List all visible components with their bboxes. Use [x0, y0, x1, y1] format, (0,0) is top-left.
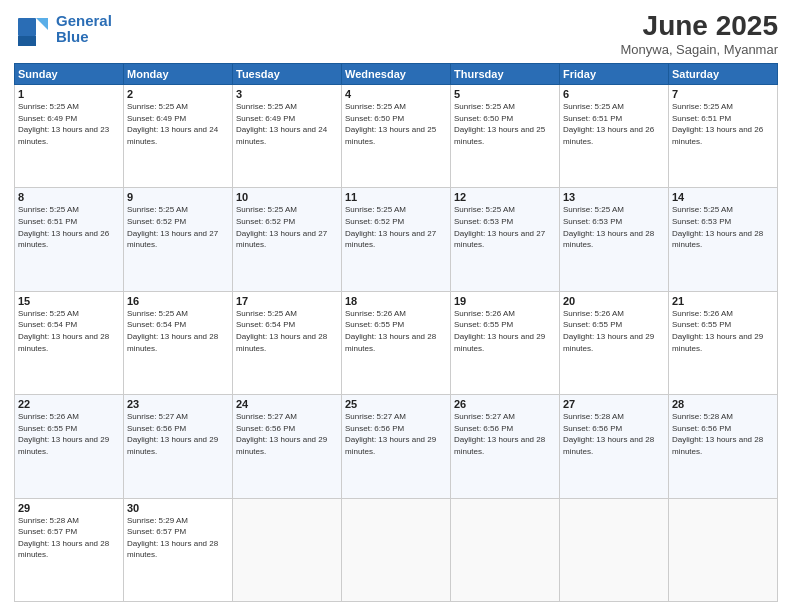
calendar-cell	[451, 498, 560, 601]
calendar-cell: 29Sunrise: 5:28 AMSunset: 6:57 PMDayligh…	[15, 498, 124, 601]
calendar-cell: 17Sunrise: 5:25 AMSunset: 6:54 PMDayligh…	[233, 291, 342, 394]
cell-details: Sunrise: 5:27 AMSunset: 6:56 PMDaylight:…	[127, 411, 229, 457]
week-row-4: 22Sunrise: 5:26 AMSunset: 6:55 PMDayligh…	[15, 395, 778, 498]
day-number: 6	[563, 88, 665, 100]
day-number: 11	[345, 191, 447, 203]
cell-details: Sunrise: 5:27 AMSunset: 6:56 PMDaylight:…	[236, 411, 338, 457]
svg-rect-0	[18, 18, 36, 36]
day-number: 17	[236, 295, 338, 307]
cell-details: Sunrise: 5:26 AMSunset: 6:55 PMDaylight:…	[18, 411, 120, 457]
calendar-cell: 20Sunrise: 5:26 AMSunset: 6:55 PMDayligh…	[560, 291, 669, 394]
calendar-cell: 25Sunrise: 5:27 AMSunset: 6:56 PMDayligh…	[342, 395, 451, 498]
calendar-cell	[342, 498, 451, 601]
calendar-title: June 2025	[620, 10, 778, 42]
cell-details: Sunrise: 5:25 AMSunset: 6:54 PMDaylight:…	[236, 308, 338, 354]
calendar-cell: 6Sunrise: 5:25 AMSunset: 6:51 PMDaylight…	[560, 85, 669, 188]
calendar-cell: 23Sunrise: 5:27 AMSunset: 6:56 PMDayligh…	[124, 395, 233, 498]
weekday-header-tuesday: Tuesday	[233, 64, 342, 85]
header: General Blue June 2025 Monywa, Sagain, M…	[14, 10, 778, 57]
day-number: 12	[454, 191, 556, 203]
calendar-cell: 15Sunrise: 5:25 AMSunset: 6:54 PMDayligh…	[15, 291, 124, 394]
calendar-cell: 4Sunrise: 5:25 AMSunset: 6:50 PMDaylight…	[342, 85, 451, 188]
day-number: 9	[127, 191, 229, 203]
cell-details: Sunrise: 5:26 AMSunset: 6:55 PMDaylight:…	[454, 308, 556, 354]
calendar-cell	[560, 498, 669, 601]
cell-details: Sunrise: 5:26 AMSunset: 6:55 PMDaylight:…	[672, 308, 774, 354]
cell-details: Sunrise: 5:29 AMSunset: 6:57 PMDaylight:…	[127, 515, 229, 561]
day-number: 20	[563, 295, 665, 307]
cell-details: Sunrise: 5:26 AMSunset: 6:55 PMDaylight:…	[345, 308, 447, 354]
cell-details: Sunrise: 5:25 AMSunset: 6:54 PMDaylight:…	[127, 308, 229, 354]
day-number: 3	[236, 88, 338, 100]
day-number: 16	[127, 295, 229, 307]
title-block: June 2025 Monywa, Sagain, Myanmar	[620, 10, 778, 57]
calendar-cell: 16Sunrise: 5:25 AMSunset: 6:54 PMDayligh…	[124, 291, 233, 394]
cell-details: Sunrise: 5:25 AMSunset: 6:49 PMDaylight:…	[236, 101, 338, 147]
calendar-cell: 30Sunrise: 5:29 AMSunset: 6:57 PMDayligh…	[124, 498, 233, 601]
week-row-2: 8Sunrise: 5:25 AMSunset: 6:51 PMDaylight…	[15, 188, 778, 291]
cell-details: Sunrise: 5:26 AMSunset: 6:55 PMDaylight:…	[563, 308, 665, 354]
cell-details: Sunrise: 5:25 AMSunset: 6:51 PMDaylight:…	[18, 204, 120, 250]
calendar-cell: 26Sunrise: 5:27 AMSunset: 6:56 PMDayligh…	[451, 395, 560, 498]
day-number: 5	[454, 88, 556, 100]
cell-details: Sunrise: 5:25 AMSunset: 6:49 PMDaylight:…	[18, 101, 120, 147]
svg-marker-2	[18, 36, 36, 46]
calendar-subtitle: Monywa, Sagain, Myanmar	[620, 42, 778, 57]
day-number: 13	[563, 191, 665, 203]
weekday-header-wednesday: Wednesday	[342, 64, 451, 85]
calendar-cell: 10Sunrise: 5:25 AMSunset: 6:52 PMDayligh…	[233, 188, 342, 291]
cell-details: Sunrise: 5:25 AMSunset: 6:49 PMDaylight:…	[127, 101, 229, 147]
day-number: 2	[127, 88, 229, 100]
logo: General Blue	[14, 10, 112, 48]
logo-text: General Blue	[56, 13, 112, 46]
cell-details: Sunrise: 5:25 AMSunset: 6:53 PMDaylight:…	[454, 204, 556, 250]
calendar-cell: 13Sunrise: 5:25 AMSunset: 6:53 PMDayligh…	[560, 188, 669, 291]
cell-details: Sunrise: 5:28 AMSunset: 6:57 PMDaylight:…	[18, 515, 120, 561]
calendar-cell: 18Sunrise: 5:26 AMSunset: 6:55 PMDayligh…	[342, 291, 451, 394]
calendar-cell: 27Sunrise: 5:28 AMSunset: 6:56 PMDayligh…	[560, 395, 669, 498]
day-number: 18	[345, 295, 447, 307]
day-number: 7	[672, 88, 774, 100]
calendar-cell: 12Sunrise: 5:25 AMSunset: 6:53 PMDayligh…	[451, 188, 560, 291]
day-number: 21	[672, 295, 774, 307]
week-row-3: 15Sunrise: 5:25 AMSunset: 6:54 PMDayligh…	[15, 291, 778, 394]
day-number: 26	[454, 398, 556, 410]
day-number: 15	[18, 295, 120, 307]
calendar-cell: 2Sunrise: 5:25 AMSunset: 6:49 PMDaylight…	[124, 85, 233, 188]
calendar-cell: 28Sunrise: 5:28 AMSunset: 6:56 PMDayligh…	[669, 395, 778, 498]
cell-details: Sunrise: 5:25 AMSunset: 6:53 PMDaylight:…	[672, 204, 774, 250]
calendar-cell: 14Sunrise: 5:25 AMSunset: 6:53 PMDayligh…	[669, 188, 778, 291]
cell-details: Sunrise: 5:25 AMSunset: 6:51 PMDaylight:…	[672, 101, 774, 147]
week-row-5: 29Sunrise: 5:28 AMSunset: 6:57 PMDayligh…	[15, 498, 778, 601]
day-number: 22	[18, 398, 120, 410]
cell-details: Sunrise: 5:25 AMSunset: 6:53 PMDaylight:…	[563, 204, 665, 250]
calendar-cell: 9Sunrise: 5:25 AMSunset: 6:52 PMDaylight…	[124, 188, 233, 291]
weekday-header-row: SundayMondayTuesdayWednesdayThursdayFrid…	[15, 64, 778, 85]
day-number: 10	[236, 191, 338, 203]
day-number: 29	[18, 502, 120, 514]
weekday-header-thursday: Thursday	[451, 64, 560, 85]
cell-details: Sunrise: 5:27 AMSunset: 6:56 PMDaylight:…	[345, 411, 447, 457]
cell-details: Sunrise: 5:25 AMSunset: 6:52 PMDaylight:…	[345, 204, 447, 250]
day-number: 8	[18, 191, 120, 203]
cell-details: Sunrise: 5:27 AMSunset: 6:56 PMDaylight:…	[454, 411, 556, 457]
calendar-cell: 19Sunrise: 5:26 AMSunset: 6:55 PMDayligh…	[451, 291, 560, 394]
day-number: 24	[236, 398, 338, 410]
cell-details: Sunrise: 5:28 AMSunset: 6:56 PMDaylight:…	[563, 411, 665, 457]
day-number: 1	[18, 88, 120, 100]
day-number: 27	[563, 398, 665, 410]
calendar-table: SundayMondayTuesdayWednesdayThursdayFrid…	[14, 63, 778, 602]
calendar-cell	[669, 498, 778, 601]
logo-svg	[14, 10, 52, 48]
calendar-cell: 7Sunrise: 5:25 AMSunset: 6:51 PMDaylight…	[669, 85, 778, 188]
weekday-header-saturday: Saturday	[669, 64, 778, 85]
calendar-cell: 3Sunrise: 5:25 AMSunset: 6:49 PMDaylight…	[233, 85, 342, 188]
svg-marker-1	[36, 18, 48, 30]
weekday-header-friday: Friday	[560, 64, 669, 85]
day-number: 19	[454, 295, 556, 307]
day-number: 4	[345, 88, 447, 100]
cell-details: Sunrise: 5:25 AMSunset: 6:52 PMDaylight:…	[127, 204, 229, 250]
day-number: 28	[672, 398, 774, 410]
week-row-1: 1Sunrise: 5:25 AMSunset: 6:49 PMDaylight…	[15, 85, 778, 188]
day-number: 23	[127, 398, 229, 410]
